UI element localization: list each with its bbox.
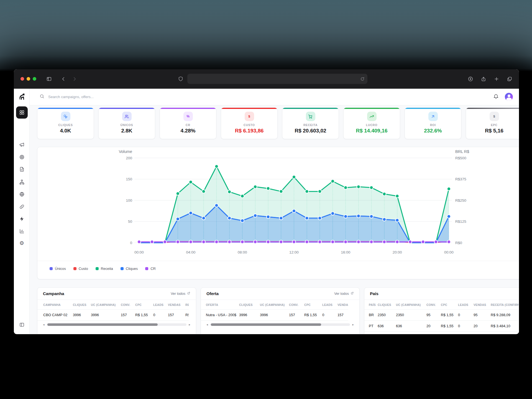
legend-swatch	[121, 267, 124, 270]
svg-text:R$250: R$250	[455, 198, 466, 203]
column-header: VENDAS	[168, 303, 181, 306]
sidebar-item-domains[interactable]	[14, 191, 30, 198]
dog-logo-icon[interactable]	[14, 92, 30, 101]
svg-text:R$500: R$500	[455, 156, 466, 160]
kpi-label: ÚNICOS	[99, 123, 155, 127]
share-icon[interactable]	[481, 76, 486, 82]
sidebar-item-campaigns[interactable]	[14, 142, 30, 149]
kpi-label: EPC	[466, 123, 519, 127]
svg-text:%: %	[186, 114, 190, 118]
table-card-oferta: OfertaVer todosOFERTACLIQUESUC (CAMPANHA…	[201, 287, 360, 334]
sidebar-item-landers[interactable]	[14, 167, 30, 173]
sidebar-item-automations[interactable]	[14, 216, 30, 223]
table-cell: R$	[185, 313, 189, 317]
svg-text:12:00: 12:00	[289, 250, 299, 254]
horizontal-scrollbar[interactable]: ◂▸	[43, 323, 190, 326]
column-header: CONV.	[121, 303, 130, 306]
volume-chart: 200R$500150R$375100R$25050R$1250R$0Volum…	[37, 147, 519, 261]
scroll-left-arrow[interactable]: ◂	[206, 323, 208, 326]
column-header: CPC	[135, 303, 142, 306]
app-header: Search campaigns, offers...	[30, 89, 519, 105]
svg-text:00:00: 00:00	[134, 250, 144, 254]
svg-text:R$0: R$0	[455, 241, 462, 245]
legend-item-cliques[interactable]: Cliques	[121, 267, 138, 271]
sidebar-item-links[interactable]	[14, 204, 30, 211]
kpi-label: CUSTO	[221, 123, 277, 127]
sidebar-toggle-icon[interactable]	[46, 76, 52, 82]
scrollbar-thumb[interactable]	[211, 323, 321, 326]
column-header: CONV.	[426, 303, 436, 306]
svg-text:Volume: Volume	[119, 149, 132, 154]
column-header: RECEITA (CONFIRMADA)	[491, 303, 518, 306]
scrollbar-track[interactable]	[47, 323, 187, 326]
kpi-accent-bar	[221, 108, 277, 109]
globe-icon	[19, 191, 25, 198]
sidebar-item-offers[interactable]	[14, 154, 30, 161]
scroll-right-arrow[interactable]: ▸	[189, 323, 190, 326]
kpi-label: LUCRO	[344, 123, 400, 127]
sidebar-item-dashboard[interactable]	[16, 106, 28, 119]
legend-swatch	[145, 267, 148, 270]
bar-chart-icon	[19, 228, 25, 235]
table-cell: 157	[337, 313, 344, 317]
sidebar-collapse-button[interactable]	[14, 322, 30, 329]
zoom-button[interactable]	[33, 77, 36, 81]
legend-label: CR	[150, 267, 156, 271]
column-header: LEADS	[153, 303, 163, 306]
desktop-background	[0, 0, 532, 71]
svg-text:04:00: 04:00	[186, 250, 195, 254]
sidebar: ⚙	[14, 89, 30, 334]
bell-icon[interactable]	[493, 94, 499, 100]
ver-todos-link[interactable]: Ver todos	[171, 291, 190, 296]
table-cell: R$ 1,55	[304, 313, 317, 317]
close-button[interactable]	[21, 77, 24, 81]
column-header: VENDAS	[337, 303, 348, 306]
minimize-button[interactable]	[27, 77, 30, 81]
tab-overview-icon[interactable]	[507, 76, 512, 82]
column-header: CPC	[441, 303, 447, 306]
downloads-icon[interactable]	[468, 76, 473, 82]
table-cell: 3996	[239, 313, 247, 317]
column-header: UC (CAMPANHA)	[396, 303, 421, 306]
kpi-value: R$ 20.603,02	[282, 128, 339, 134]
scrollbar-thumb[interactable]	[47, 323, 158, 326]
address-bar[interactable]	[187, 74, 367, 84]
legend-item-receita[interactable]: Receita	[96, 267, 113, 271]
search-placeholder: Search campaigns, offers...	[48, 95, 94, 99]
legend-item-únicos[interactable]: Únicos	[50, 267, 66, 271]
table-cell: BR	[369, 313, 374, 317]
kpi-value: R$ 14.409,16	[344, 128, 400, 134]
column-header: VENDAS	[474, 303, 486, 306]
kpi-value: 4.28%	[160, 128, 216, 134]
kpi-accent-bar	[344, 108, 400, 109]
new-tab-icon[interactable]	[494, 76, 499, 82]
external-link-icon	[351, 291, 354, 296]
legend-label: Receita	[101, 267, 113, 271]
kpi-card-receita: RECEITAR$ 20.603,02	[282, 108, 339, 139]
scrollbar-track[interactable]	[210, 323, 350, 326]
forward-icon[interactable]	[72, 76, 77, 82]
dashboard-app: ⚙ Search campaigns, offers... CLIQUES4.0…	[14, 89, 519, 334]
legend-swatch	[73, 267, 76, 270]
scroll-left-arrow[interactable]: ◂	[43, 323, 45, 326]
svg-text:$: $	[248, 114, 250, 118]
sidebar-item-settings[interactable]: ⚙	[14, 241, 30, 246]
legend-item-custo[interactable]: Custo	[73, 267, 88, 271]
ver-todos-link[interactable]: Ver todos	[334, 291, 354, 296]
table-cell: R$ 1,55	[441, 324, 454, 328]
avatar[interactable]	[505, 93, 513, 101]
table-card-header: OfertaVer todos	[201, 288, 359, 300]
column-header: RECEITA	[185, 303, 189, 306]
legend-item-cr[interactable]: CR	[145, 267, 156, 271]
column-header: UC (CAMPANHA)	[91, 303, 116, 306]
back-icon[interactable]	[61, 76, 66, 82]
sidebar-item-reports[interactable]	[14, 228, 30, 235]
global-search[interactable]: Search campaigns, offers...	[40, 94, 94, 100]
scroll-right-arrow[interactable]: ▸	[352, 323, 354, 326]
svg-text:150: 150	[126, 177, 132, 181]
reload-icon[interactable]	[360, 77, 365, 81]
column-header: LEADS	[322, 303, 332, 306]
sidebar-item-flows[interactable]	[14, 179, 30, 186]
kpi-card-únicos: ÚNICOS2.8K	[98, 108, 155, 139]
horizontal-scrollbar[interactable]: ◂▸	[206, 323, 354, 326]
